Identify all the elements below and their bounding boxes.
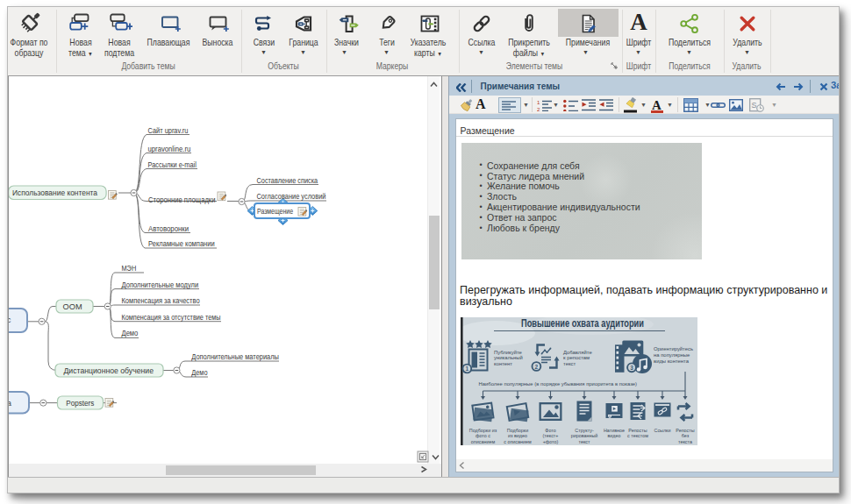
svg-text:Дополнительные материалы: Дополнительные материалы — [191, 352, 279, 361]
svg-text:Подборки из: Подборки из — [469, 428, 497, 433]
svg-text:видео: видео — [607, 433, 620, 438]
svg-text:без: без — [682, 433, 690, 438]
svg-text:виды контента: виды контента — [654, 358, 690, 364]
svg-text:текст: текст — [563, 361, 576, 366]
svg-text:Подборки: Подборки — [507, 428, 528, 433]
svg-text:к репостам: к репостам — [563, 355, 590, 360]
svg-text:Рекламные компании: Рекламные компании — [148, 239, 215, 248]
svg-text:Добавляйте: Добавляйте — [563, 350, 592, 355]
svg-text:из видео: из видео — [508, 433, 527, 438]
svg-text:Нативное: Нативное — [604, 428, 625, 433]
svg-text:(текст+: (текст+ — [543, 433, 559, 438]
svg-text:рированный: рированный — [571, 433, 598, 438]
svg-text:Демо: Демо — [122, 329, 139, 337]
svg-text:Сторонние площадки: Сторонние площадки — [148, 195, 216, 204]
svg-text:Рассылки e-mail: Рассылки e-mail — [148, 160, 197, 169]
svg-text:Репосты: Репосты — [628, 428, 647, 433]
svg-text:фото с: фото с — [476, 433, 490, 438]
svg-text:1: 1 — [465, 366, 468, 372]
svg-text:Размещение: Размещение — [257, 207, 293, 216]
svg-text:описанием: описанием — [471, 439, 496, 444]
svg-text:Ссылки: Ссылки — [654, 428, 671, 433]
svg-text:upravonline.ru: upravonline.ru — [148, 145, 191, 153]
svg-text:Использование контента: Использование контента — [12, 188, 98, 197]
svg-text:Компенсация за качество: Компенсация за качество — [122, 296, 200, 305]
svg-text:3: 3 — [630, 365, 633, 371]
svg-text:Дистанционное обучение: Дистанционное обучение — [64, 366, 154, 375]
svg-text:уникальный: уникальный — [494, 355, 523, 360]
svg-text:2: 2 — [537, 107, 540, 112]
svg-text:Репосты: Репосты — [676, 428, 694, 433]
svg-text:Публикуйте: Публикуйте — [494, 350, 523, 355]
svg-text:Наиболее популярные (в порядке: Наиболее популярные (в порядке убывания … — [479, 381, 638, 387]
svg-text:текст: текст — [579, 439, 591, 444]
svg-text:на популярные: на популярные — [654, 352, 690, 358]
svg-text:Составление списка: Составление списка — [257, 176, 318, 185]
svg-text:S: S — [752, 101, 757, 110]
svg-text:Фото: Фото — [545, 428, 555, 433]
svg-text:Компенсация за отсутствие темы: Компенсация за отсутствие темы — [122, 313, 221, 322]
svg-text:Структу-: Структу- — [575, 428, 594, 433]
svg-text:Сайт uprav.ru: Сайт uprav.ru — [148, 126, 189, 135]
svg-text:ООМ: ООМ — [63, 302, 82, 311]
svg-text:с текстом: с текстом — [627, 433, 648, 438]
svg-text:Автоворонки: Автоворонки — [148, 224, 189, 233]
svg-text:контент: контент — [494, 361, 512, 366]
svg-text:Демо: Демо — [191, 368, 207, 377]
svg-text:Дополнительные модули: Дополнительные модули — [122, 280, 199, 289]
svg-text:Ориентируйтесь: Ориентируйтесь — [654, 346, 693, 351]
svg-text:МЭН: МЭН — [122, 264, 137, 273]
svg-text:2: 2 — [535, 364, 539, 370]
svg-text:Popsters: Popsters — [66, 399, 94, 408]
svg-text:Согласование условий: Согласование условий — [257, 192, 326, 201]
svg-text:Повышение охвата аудитории: Повышение охвата аудитории — [521, 317, 644, 330]
svg-text:1: 1 — [537, 100, 540, 105]
svg-text:с описанием: с описанием — [504, 439, 532, 444]
svg-text:+фото): +фото) — [543, 439, 559, 444]
svg-text:текста: текста — [678, 439, 692, 444]
